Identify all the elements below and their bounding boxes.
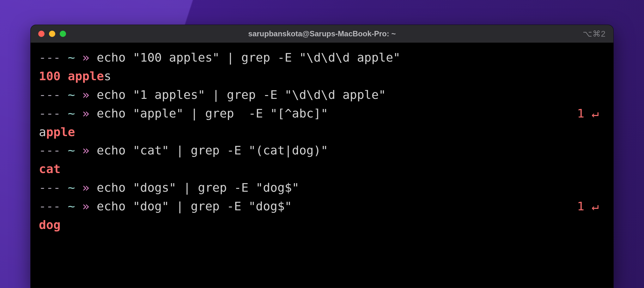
titlebar[interactable]: sarupbanskota@Sarups-MacBook-Pro: ~ ⌥⌘2 xyxy=(31,25,613,43)
prompt-line: --- ~ » echo "100 apples" | grep -E "\d\… xyxy=(39,48,605,67)
output-line: 100 apples xyxy=(39,67,605,86)
prompt-line: --- ~ » echo "apple" | grep -E "[^abc]"1… xyxy=(39,104,605,123)
return-arrow-icon: ↵ xyxy=(592,199,599,213)
zoom-icon[interactable] xyxy=(60,31,66,37)
prompt-arrow-icon: » xyxy=(82,106,97,120)
prompt-cwd: ~ xyxy=(68,106,82,120)
prompt-cwd: ~ xyxy=(68,88,82,102)
prompt-dashes: --- xyxy=(39,199,68,213)
command-text: echo "dog" | grep -E "dog$" xyxy=(97,199,292,213)
command-text: echo "cat" | grep -E "(cat|dog)" xyxy=(97,143,328,157)
prompt-cwd: ~ xyxy=(68,199,82,213)
command-text: echo "dogs" | grep -E "dog$" xyxy=(97,181,299,195)
grep-match: dog xyxy=(39,218,61,232)
prompt-dashes: --- xyxy=(39,181,68,195)
exit-code: 1 xyxy=(577,106,584,120)
exit-status: 1 ↵ xyxy=(577,197,605,216)
prompt-arrow-icon: » xyxy=(82,199,97,213)
grep-match: cat xyxy=(39,162,61,176)
output-line: dog xyxy=(39,216,605,234)
prompt-dashes: --- xyxy=(39,106,68,120)
output-line: cat xyxy=(39,160,605,178)
prompt-arrow-icon: » xyxy=(82,51,97,64)
prompt-cwd: ~ xyxy=(68,181,82,195)
terminal-window[interactable]: sarupbanskota@Sarups-MacBook-Pro: ~ ⌥⌘2 … xyxy=(30,25,614,288)
prompt-dashes: --- xyxy=(39,143,68,157)
command-text: echo "100 apples" | grep -E "\d\d\d appl… xyxy=(97,51,400,64)
traffic-lights xyxy=(31,31,66,37)
return-arrow-icon: ↵ xyxy=(592,106,599,120)
output-line: apple xyxy=(39,123,605,141)
command-text: echo "1 apples" | grep -E "\d\d\d apple" xyxy=(97,88,386,102)
grep-context: a xyxy=(39,125,46,139)
terminal-body[interactable]: --- ~ » echo "100 apples" | grep -E "\d\… xyxy=(31,43,613,288)
prompt-line: --- ~ » echo "cat" | grep -E "(cat|dog)" xyxy=(39,141,605,160)
grep-context: s xyxy=(104,69,111,83)
prompt-cwd: ~ xyxy=(68,143,82,157)
minimize-icon[interactable] xyxy=(49,31,55,37)
prompt-line: --- ~ » echo "1 apples" | grep -E "\d\d\… xyxy=(39,86,605,104)
grep-match: pple xyxy=(46,125,75,139)
prompt-cwd: ~ xyxy=(68,51,82,64)
pane-shortcut-indicator: ⌥⌘2 xyxy=(583,29,606,39)
close-icon[interactable] xyxy=(38,31,45,37)
window-title: sarupbanskota@Sarups-MacBook-Pro: ~ xyxy=(31,29,613,38)
prompt-arrow-icon: » xyxy=(82,181,97,195)
exit-status: 1 ↵ xyxy=(577,104,605,123)
prompt-dashes: --- xyxy=(39,51,68,64)
prompt-line: --- ~ » echo "dog" | grep -E "dog$"1 ↵ xyxy=(39,197,605,216)
prompt-line: --- ~ » echo "dogs" | grep -E "dog$" xyxy=(39,178,605,197)
grep-match: 100 apple xyxy=(39,69,104,83)
prompt-arrow-icon: » xyxy=(82,143,97,157)
exit-code: 1 xyxy=(577,199,584,213)
command-text: echo "apple" | grep -E "[^abc]" xyxy=(97,106,328,120)
prompt-dashes: --- xyxy=(39,88,68,102)
prompt-arrow-icon: » xyxy=(82,88,97,102)
